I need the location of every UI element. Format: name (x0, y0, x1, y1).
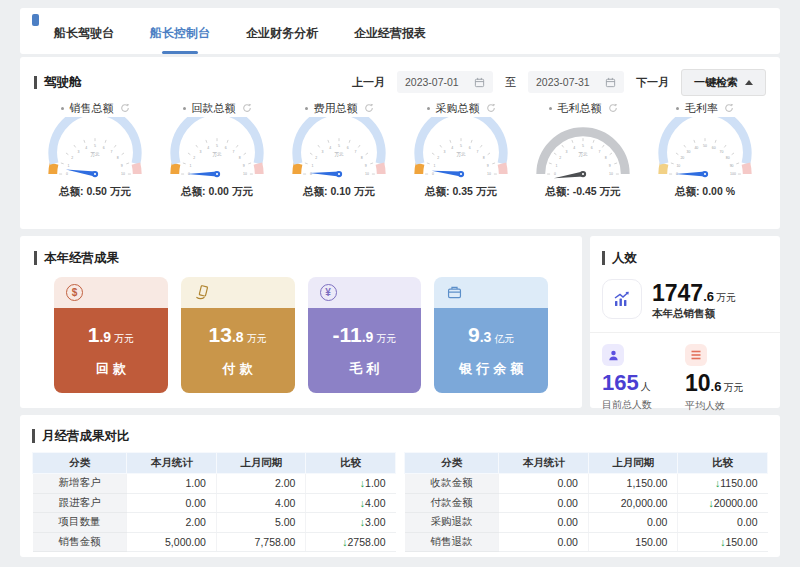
refresh-icon[interactable] (364, 103, 374, 113)
quick-search-button[interactable]: 一键检索 (681, 69, 766, 96)
card-head-gross-profit: ¥ (308, 277, 422, 308)
table-row: 采购退款0.000.000.00 (405, 513, 768, 533)
card-value-unit: 万元 (114, 333, 134, 344)
card-head-bank-balance (434, 277, 548, 308)
refresh-icon[interactable] (724, 103, 734, 113)
efficiency-panel: 人效 1747.6万元 本年总销售额 165人 目前总人数 (590, 236, 780, 408)
cell-diff: ↓3.00 (306, 513, 396, 533)
card-body: 9.3亿元 银行余额 (434, 308, 548, 393)
card-head-collection: $ (54, 277, 168, 308)
cell-diff: ↓150.00 (678, 532, 768, 552)
sales-dec: .6 (703, 289, 714, 304)
refresh-icon[interactable] (486, 103, 496, 113)
total-sales-text: 1747.6万元 本年总销售额 (652, 276, 736, 321)
card-value-int: -11 (332, 323, 361, 346)
wallet-icon (446, 284, 463, 301)
refresh-icon[interactable] (120, 103, 130, 113)
total-sales-caption: 本年总销售额 (652, 307, 736, 321)
gauge-title-row: 销售总额 (34, 99, 156, 117)
table-row: 跟进客户0.004.00↓4.00 (33, 493, 396, 513)
svg-text:10: 10 (121, 172, 125, 176)
cell-diff: ↓2758.00 (306, 532, 396, 552)
section-title-comparison: 月经营成果对比 (32, 429, 130, 443)
gauge-title: 销售总额 (70, 101, 114, 116)
tab-captain-console[interactable]: 船长控制台 (150, 25, 210, 54)
refresh-icon[interactable] (242, 103, 252, 113)
svg-text:6: 6 (469, 146, 471, 150)
gauge-chart: 012345678910万元 (405, 117, 517, 180)
sales-int: 1747 (652, 280, 703, 306)
svg-text:8: 8 (239, 156, 241, 160)
table-row: 收款金额0.001,150.00↓1150.00 (405, 474, 768, 494)
svg-text:1: 1 (67, 164, 69, 168)
card-body: 13.8万元 付款 (181, 308, 295, 393)
svg-text:1: 1 (433, 164, 435, 168)
next-month-button[interactable]: 下一月 (636, 75, 669, 90)
date-to-value: 2023-07-31 (536, 76, 590, 88)
comparison-table-left: 分类本月统计上月同期比较新增客户1.002.00↓1.00跟进客户0.004.0… (32, 452, 396, 552)
card-value: 1.9万元 (88, 324, 134, 345)
svg-text:2: 2 (559, 156, 561, 160)
metric-card: 9.3亿元 银行余额 (434, 277, 548, 393)
gauge-chart: 012345678910万元 (527, 117, 639, 180)
svg-text:10: 10 (365, 172, 369, 176)
svg-text:7: 7 (110, 150, 112, 154)
cell-diff: 0.00 (678, 513, 768, 533)
headcount-unit: 人 (641, 381, 651, 392)
gauge-title: 费用总额 (314, 101, 358, 116)
svg-text:9: 9 (609, 164, 611, 168)
headcount-value: 165人 (602, 372, 685, 394)
middle-row: 本年经营成果 $ 1.9万元 回款 13.8万元 (20, 236, 780, 408)
bullet-dot-icon (61, 107, 64, 110)
card-value-int: 9 (468, 323, 480, 346)
app-logo-mark (32, 14, 39, 26)
tab-bar: 船长驾驶台 船长控制台 企业财务分析 企业经营报表 (20, 8, 780, 54)
caret-up-icon (745, 80, 753, 85)
gauge-title-row: 回款总额 (156, 99, 278, 117)
tab-operating-reports[interactable]: 企业经营报表 (354, 25, 426, 54)
svg-text:4: 4 (85, 146, 87, 150)
svg-text:90: 90 (730, 164, 734, 168)
svg-text:2: 2 (193, 156, 195, 160)
gauge-chart: 012345678910万元 (39, 117, 151, 180)
prev-month-button[interactable]: 上一月 (352, 75, 385, 90)
cell-previous: 150.00 (588, 532, 678, 552)
cell-category: 销售退款 (405, 532, 499, 552)
column-header: 上月同期 (588, 453, 678, 474)
card-label: 回款 (92, 360, 130, 378)
comparison-table-right: 分类本月统计上月同期比较收款金额0.001,150.00↓1150.00付款金额… (404, 452, 768, 552)
svg-text:0: 0 (66, 172, 68, 176)
svg-text:0: 0 (676, 172, 678, 176)
average-unit: 万元 (723, 382, 743, 393)
cell-current: 2.00 (127, 513, 217, 533)
cell-previous: 1,150.00 (588, 474, 678, 494)
bullet-dot-icon (427, 107, 430, 110)
date-to-input[interactable]: 2023-07-31 (528, 71, 624, 93)
svg-text:5: 5 (338, 144, 340, 148)
divider (590, 332, 780, 333)
date-from-input[interactable]: 2023-07-01 (397, 71, 493, 93)
card-head-payment (181, 277, 295, 308)
gauge-footer: 总额: 0.10 万元 (278, 185, 400, 199)
monthly-comparison-panel: 月经营成果对比 分类本月统计上月同期比较新增客户1.002.00↓1.00跟进客… (20, 415, 780, 557)
refresh-icon[interactable] (608, 103, 618, 113)
card-value-dec: .9 (99, 329, 111, 345)
list-icon (685, 344, 707, 366)
section-title-results: 本年经营成果 (34, 251, 119, 265)
svg-text:6: 6 (347, 146, 349, 150)
tab-financial-analysis[interactable]: 企业财务分析 (246, 25, 318, 54)
svg-text:100: 100 (730, 172, 736, 176)
annual-results-panel: 本年经营成果 $ 1.9万元 回款 13.8万元 (20, 236, 582, 408)
gauge-footer: 总额: -0.45 万元 (522, 185, 644, 199)
payment-note-icon (193, 284, 210, 301)
cell-previous: 5.00 (216, 513, 306, 533)
metric-card: 13.8万元 付款 (181, 277, 295, 393)
sales-unit: 万元 (716, 292, 736, 303)
gauge-collection-total: 回款总额 012345678910万元 总额: 0.00 万元 (156, 99, 278, 199)
column-header: 比较 (678, 453, 768, 474)
svg-text:7: 7 (476, 150, 478, 154)
svg-text:3: 3 (444, 150, 446, 154)
gauge-needle (432, 171, 462, 177)
svg-text:40: 40 (694, 146, 698, 150)
tab-captain-bridge[interactable]: 船长驾驶台 (54, 25, 114, 54)
